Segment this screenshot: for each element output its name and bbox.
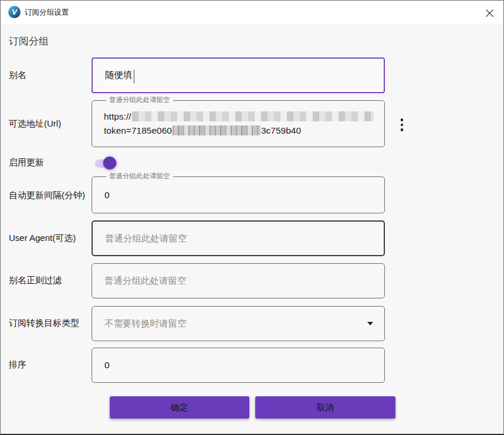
toggle-thumb [103,157,116,169]
subscription-group-settings-dialog: V 订阅分组设置 订阅分组 别名 可选地址(Url) 普通分组此处请留空 htt… [0,0,504,435]
sort-input[interactable] [92,348,384,382]
convert-target-input[interactable] [92,307,384,341]
cancel-button[interactable]: 取消 [255,396,395,419]
text-caret [134,70,134,83]
alias-regex-label: 别名正则过滤 [9,275,62,286]
user-agent-label: User Agent(可选) [9,233,76,244]
censored-segment [172,125,261,135]
alias-regex-field[interactable] [92,263,385,298]
sort-field[interactable] [92,348,385,383]
convert-target-dropdown[interactable] [92,306,385,341]
url-label: 可选地址(Url) [9,118,61,130]
titlebar: V 订阅分组设置 [1,1,503,24]
close-icon [485,9,494,18]
url-field[interactable]: 普通分组此处请留空 https:// token=7185e0603c759b4… [92,100,385,147]
kebab-icon [401,118,404,121]
alias-input[interactable] [93,59,384,92]
alias-label: 别名 [9,70,26,81]
chevron-down-icon[interactable] [367,322,373,325]
url-line-1: https:// [104,110,376,124]
auto-interval-field-hint: 普通分组此处请留空 [106,172,173,180]
sort-label: 排序 [9,359,26,371]
alias-regex-input[interactable] [92,264,384,298]
convert-target-label: 订阅转换目标类型 [9,318,79,329]
url-line-2: token=7185e0603c759b40 [104,124,376,138]
auto-interval-field[interactable]: 普通分组此处请留空 [92,176,385,213]
enable-update-label: 启用更新 [9,157,44,168]
auto-interval-label: 自动更新间隔(分钟) [9,190,85,201]
user-agent-input[interactable] [93,222,384,255]
url-field-hint: 普通分组此处请留空 [106,96,173,104]
page-title: 订阅分组 [9,35,49,48]
url-value[interactable]: https:// token=7185e0603c759b40 [104,110,376,138]
app-logo-icon: V [8,6,21,18]
close-button[interactable] [482,6,496,20]
alias-field[interactable] [92,57,385,93]
censored-segment [132,111,374,121]
enable-update-toggle[interactable] [93,155,121,171]
user-agent-field[interactable] [92,220,385,256]
ok-button[interactable]: 确定 [110,396,249,419]
window-title: 订阅分组设置 [25,1,69,24]
url-more-menu-button[interactable] [395,114,409,136]
auto-interval-input[interactable] [92,177,384,213]
